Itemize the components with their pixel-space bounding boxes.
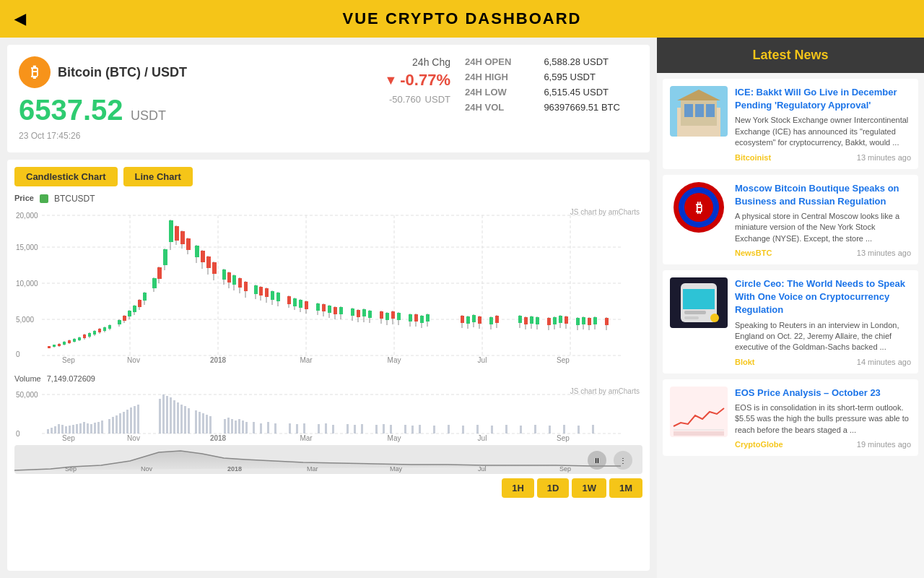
svg-rect-247 [383, 424, 385, 434]
svg-rect-207 [123, 412, 125, 434]
news-source: NewsBTC [735, 249, 772, 257]
svg-rect-220 [188, 408, 190, 434]
svg-rect-296 [674, 431, 724, 436]
svg-text:2018: 2018 [210, 434, 227, 442]
mini-chart: Sep Nov 2018 Mar May Jul Sep [14, 445, 642, 474]
svg-rect-90 [238, 278, 242, 288]
svg-rect-291 [683, 289, 715, 309]
price-display: 6537.52 USDT [19, 94, 349, 126]
svg-rect-212 [159, 399, 161, 434]
svg-text:5,000: 5,000 [16, 316, 34, 324]
svg-rect-256 [491, 426, 493, 434]
svg-rect-219 [184, 406, 186, 434]
scroll-options-button[interactable]: ⋮ [614, 451, 632, 470]
svg-rect-62 [152, 278, 157, 288]
svg-rect-96 [259, 287, 263, 296]
js-chart-label-volume: JS chart by amCharts [570, 387, 640, 395]
news-time: 14 minutes ago [857, 358, 911, 366]
svg-rect-160 [524, 317, 528, 324]
svg-rect-281 [684, 104, 693, 117]
svg-rect-112 [316, 303, 320, 311]
svg-text:₿: ₿ [696, 201, 702, 215]
svg-rect-78 [201, 251, 205, 262]
svg-rect-211 [137, 405, 139, 434]
svg-rect-214 [166, 396, 168, 434]
svg-text:May: May [390, 465, 403, 473]
stats-block: 24H OPEN 6,588.28 USDT 24H HIGH 6,595 US… [465, 56, 638, 113]
svg-rect-210 [134, 406, 136, 434]
svg-rect-68 [169, 220, 173, 242]
svg-rect-251 [419, 425, 421, 434]
svg-text:Mar: Mar [300, 356, 313, 364]
svg-text:Sep: Sep [62, 434, 75, 442]
svg-rect-248 [390, 425, 392, 434]
candlestick-chart: 20,000 15,000 10,000 5,000 0 [14, 205, 642, 364]
svg-rect-102 [276, 293, 280, 301]
svg-text:Mar: Mar [307, 465, 318, 473]
stat-value-low: 6,515.45 USDT [544, 87, 638, 98]
svg-rect-241 [325, 423, 327, 434]
news-source: Bitcoinist [735, 153, 771, 162]
svg-text:Mar: Mar [300, 434, 313, 442]
svg-rect-164 [536, 317, 539, 324]
line-chart-button[interactable]: Line Chart [123, 167, 193, 186]
svg-rect-122 [351, 309, 354, 316]
svg-rect-138 [409, 314, 412, 322]
svg-text:May: May [388, 434, 401, 442]
svg-rect-193 [69, 426, 71, 434]
timeframe-1h[interactable]: 1H [502, 478, 534, 498]
svg-rect-42 [93, 331, 96, 335]
svg-rect-28 [58, 344, 61, 346]
svg-rect-128 [368, 311, 372, 318]
volume-label: Volume [14, 374, 41, 383]
news-item[interactable]: ₿ Moscow Bitcoin Boutique Speaks on Busi… [663, 175, 918, 265]
scroll-pause-button[interactable]: ⏸ [588, 451, 606, 470]
svg-rect-257 [505, 425, 507, 434]
change-absolute: -50.760 USDT [364, 90, 450, 106]
price-card: ₿ Bitcoin (BTC) / USDT 6537.52 USDT 23 O… [7, 45, 650, 152]
stat-value-vol: 96397669.51 BTC [544, 102, 638, 113]
svg-rect-38 [83, 335, 86, 338]
svg-rect-170 [559, 316, 562, 323]
svg-text:Nov: Nov [127, 356, 140, 364]
timeframe-1m[interactable]: 1M [609, 478, 642, 498]
candlestick-chart-button[interactable]: Candlestick Chart [14, 167, 118, 186]
svg-rect-116 [328, 306, 331, 313]
svg-rect-30 [63, 342, 66, 345]
svg-rect-70 [175, 226, 179, 241]
svg-rect-80 [206, 256, 211, 268]
svg-rect-228 [231, 419, 233, 434]
stat-label-high: 24H HIGH [465, 72, 529, 82]
svg-rect-254 [462, 426, 464, 434]
svg-rect-168 [553, 317, 557, 324]
svg-rect-192 [65, 426, 67, 434]
svg-rect-124 [357, 310, 360, 317]
scroll-area[interactable]: Sep Nov 2018 Mar May Jul Sep ⏸ ⋮ [14, 445, 642, 474]
legend-label: BTCUSDT [54, 194, 95, 204]
news-item[interactable]: EOS Price Analysis – October 23 EOS is i… [663, 379, 918, 456]
news-item[interactable]: ICE: Bakkt Will Go Live in December Pend… [663, 79, 918, 169]
timeframe-1w[interactable]: 1W [572, 478, 606, 498]
timeframe-1d[interactable]: 1D [537, 478, 570, 498]
svg-rect-106 [293, 298, 297, 306]
coin-header: ₿ Bitcoin (BTC) / USDT [19, 56, 349, 88]
svg-rect-233 [253, 422, 255, 434]
svg-rect-72 [180, 231, 185, 244]
news-title: Moscow Bitcoin Boutique Speaks on Busine… [735, 182, 911, 208]
news-source: Blokt [735, 358, 755, 366]
svg-rect-209 [130, 407, 132, 434]
svg-rect-217 [177, 402, 179, 434]
svg-rect-261 [563, 425, 565, 434]
back-button[interactable]: ◀ [14, 10, 25, 27]
svg-rect-239 [303, 423, 305, 434]
svg-rect-187 [47, 429, 49, 434]
svg-rect-176 [582, 317, 585, 324]
svg-text:20,000: 20,000 [16, 212, 38, 220]
left-panel: ₿ Bitcoin (BTC) / USDT 6537.52 USDT 23 O… [0, 38, 657, 578]
news-item[interactable]: Circle Ceo: The World Needs to Speak Wit… [663, 270, 918, 374]
svg-rect-188 [51, 428, 53, 434]
svg-rect-180 [593, 317, 597, 324]
news-thumbnail [670, 86, 728, 137]
svg-text:Jul: Jul [478, 434, 487, 442]
svg-rect-224 [206, 415, 208, 434]
